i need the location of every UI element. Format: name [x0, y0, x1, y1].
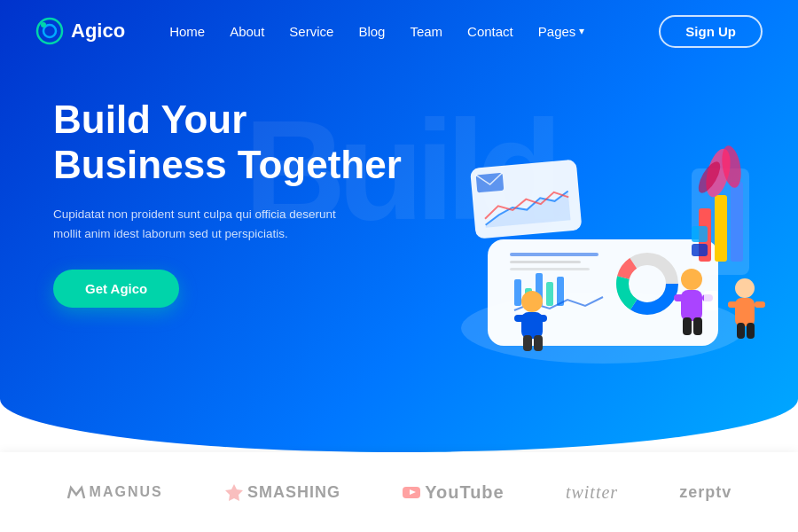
navbar: Agico Home About Service Blog Team Conta…: [0, 0, 798, 62]
brand-youtube-name: YouTube: [425, 482, 505, 503]
brand-name: Agico: [71, 20, 125, 43]
nav-about[interactable]: About: [230, 24, 264, 39]
nav-contact[interactable]: Contact: [467, 24, 513, 39]
svg-rect-32: [534, 315, 547, 322]
brand-twitter-name: twitter: [566, 482, 618, 503]
svg-point-29: [521, 291, 543, 312]
brand-magnus: MAGNUS: [66, 482, 163, 502]
svg-rect-6: [510, 261, 581, 263]
cta-button[interactable]: Get Agico: [53, 270, 179, 308]
nav-home[interactable]: Home: [169, 24, 205, 39]
svg-point-0: [37, 19, 62, 43]
svg-rect-36: [681, 290, 702, 321]
nav-team[interactable]: Team: [410, 24, 442, 39]
svg-rect-23: [731, 182, 743, 262]
youtube-icon: [402, 482, 421, 502]
magnus-icon: [66, 482, 86, 502]
svg-rect-43: [735, 298, 755, 326]
svg-point-42: [735, 278, 755, 298]
svg-rect-45: [755, 301, 765, 308]
svg-rect-24: [692, 226, 708, 242]
hero-description: Cupidatat non proident sunt culpa qui of…: [53, 205, 337, 243]
nav-service[interactable]: Service: [289, 24, 333, 39]
brands-bar: MAGNUS SMASHING YouTube twitter zerptv: [0, 452, 798, 532]
hero-illustration: [399, 53, 771, 408]
svg-marker-48: [225, 484, 243, 501]
nav-pages[interactable]: Pages: [538, 24, 585, 39]
brand-zerptv: zerptv: [679, 483, 732, 502]
svg-rect-46: [737, 323, 745, 339]
nav-blog[interactable]: Blog: [358, 24, 385, 39]
svg-rect-22: [715, 195, 727, 262]
svg-rect-39: [683, 317, 692, 335]
brand-smashing: SMASHING: [224, 482, 340, 502]
logo[interactable]: Agico: [35, 17, 125, 45]
nav-links: Home About Service Blog Team Contact Pag…: [169, 24, 659, 39]
brand-magnus-name: MAGNUS: [90, 484, 163, 500]
svg-rect-40: [693, 317, 702, 335]
svg-rect-34: [534, 335, 543, 351]
hero-content: Build Your Business Together Cupidatat n…: [53, 98, 408, 308]
svg-rect-12: [514, 279, 521, 306]
svg-point-2: [41, 22, 46, 27]
hero-title: Build Your Business Together: [53, 98, 408, 187]
brand-smashing-name: SMASHING: [247, 483, 340, 502]
brand-zerptv-name: zerptv: [679, 483, 732, 502]
brand-twitter: twitter: [566, 482, 618, 503]
isometric-scene-svg: [399, 53, 771, 408]
svg-rect-41: [704, 291, 718, 310]
logo-icon: [35, 17, 64, 45]
svg-rect-7: [510, 268, 590, 270]
svg-rect-5: [510, 253, 598, 256]
svg-rect-44: [728, 301, 739, 308]
svg-rect-31: [514, 315, 528, 322]
svg-rect-47: [747, 323, 755, 339]
svg-rect-15: [546, 282, 553, 306]
smashing-icon: [224, 482, 244, 502]
svg-rect-37: [674, 294, 685, 301]
svg-point-35: [681, 269, 702, 290]
svg-rect-33: [523, 335, 532, 351]
brand-youtube: YouTube: [402, 482, 505, 503]
signup-button[interactable]: Sign Up: [659, 15, 763, 48]
svg-rect-25: [692, 244, 708, 256]
